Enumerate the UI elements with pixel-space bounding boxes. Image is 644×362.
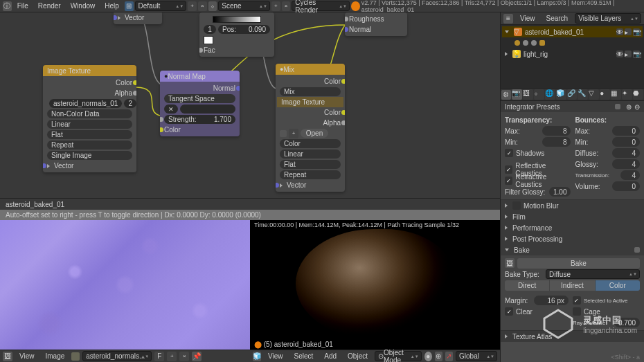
layout-icon[interactable]: ⊞ <box>125 1 134 11</box>
colorspace-dropdown[interactable]: Non-Color Data <box>47 109 132 118</box>
direct-toggle[interactable]: Direct <box>505 280 549 291</box>
outliner-item[interactable]: ▽ asteroid_baked_01 👁▸📷 <box>502 26 643 37</box>
shading-icon[interactable]: ● <box>424 352 432 361</box>
trans-max-field[interactable]: 8 <box>542 126 571 136</box>
vis-icon[interactable]: 👁 <box>616 51 623 57</box>
margin-field[interactable]: 16 px <box>534 296 569 305</box>
3d-viewport[interactable]: Time:00:00.00 | Mem:144.12M, Peak:144.12… <box>250 220 500 350</box>
menu-add[interactable]: Add <box>320 351 341 361</box>
info-icon[interactable]: ⓘ <box>3 1 12 11</box>
ext-dropdown[interactable]: Repeat <box>47 141 132 150</box>
sel-icon[interactable]: ▸ <box>625 51 632 57</box>
outliner[interactable]: ▽ asteroid_baked_01 👁▸📷 💡 light_rig 👁▸📷 <box>501 25 644 89</box>
ray-dist-field[interactable]: 0.700 <box>614 318 640 327</box>
refl-check[interactable] <box>505 165 512 174</box>
img-del[interactable]: × <box>179 352 189 361</box>
proj-dropdown[interactable]: Flat <box>47 130 132 139</box>
tab-particles[interactable]: ✦ <box>622 89 632 100</box>
section-post[interactable]: Post Processing <box>501 233 644 244</box>
section-texture-atlas[interactable]: Texture Atlas <box>501 331 644 342</box>
section-performance[interactable]: Performance <box>501 222 644 233</box>
glossy-field[interactable]: 4 <box>612 159 640 169</box>
clear-check[interactable] <box>505 307 513 316</box>
sel-icon[interactable]: ▸ <box>625 28 632 35</box>
transmission-field[interactable]: 4 <box>620 170 640 180</box>
tab-material[interactable]: ● <box>600 89 610 100</box>
tab-modifiers[interactable]: 🔧 <box>578 89 588 100</box>
menu-help[interactable]: Help <box>100 1 123 11</box>
cage-check[interactable] <box>573 307 581 316</box>
display-dropdown[interactable]: Visible Layers <box>575 13 641 24</box>
tab-render[interactable]: 📷 <box>512 89 522 100</box>
render-icon[interactable]: 📷 <box>633 28 640 35</box>
diffuse-field[interactable]: 4 <box>612 148 640 158</box>
scene-add[interactable]: + <box>271 1 280 11</box>
editor-type-icon[interactable]: 🧊 <box>253 352 261 361</box>
tab-texture[interactable]: ▦ <box>611 89 621 100</box>
filter-glossy-field[interactable]: 1.00 <box>549 187 571 197</box>
mode-dropdown[interactable]: ⊙ Object Mode <box>375 351 422 361</box>
node-color-ramp-frag[interactable]: 1Pos:0.090 Fac <box>199 12 274 57</box>
src-dropdown[interactable]: Single Image <box>47 151 132 160</box>
fake-user[interactable]: F <box>154 352 164 361</box>
menu-file[interactable]: File <box>13 1 33 11</box>
layout-dropdown[interactable]: Default <box>135 1 187 11</box>
volume-field[interactable]: 0 <box>612 181 640 191</box>
image-icon[interactable] <box>71 352 80 361</box>
interp-dropdown[interactable]: Linear <box>47 120 132 129</box>
node-normal-map[interactable]: ● Normal Map Normal Tangent Space ✕ Stre… <box>160 71 240 136</box>
properties-panel[interactable]: Integrator Presets⊕⊖ Transparency: Max:8… <box>501 101 644 362</box>
tab-scene[interactable]: ⬨ <box>534 89 544 100</box>
tab-data[interactable]: ▽ <box>589 89 599 100</box>
tab-layers[interactable]: 🖼 <box>523 89 533 100</box>
integrator-presets[interactable]: Integrator Presets⊕⊖ <box>501 101 644 112</box>
engine-dropdown[interactable]: Cycles Render <box>292 1 350 11</box>
shadows-check[interactable] <box>505 149 513 157</box>
orient-dropdown[interactable]: Global <box>456 351 497 361</box>
color-toggle[interactable]: Color <box>596 280 640 291</box>
menu-render[interactable]: Render <box>34 1 65 11</box>
section-motion-blur[interactable]: Motion Blur <box>501 200 644 211</box>
tab-physics[interactable]: ⬣ <box>633 89 643 100</box>
nm-space-dropdown[interactable]: Tangent Space <box>164 94 235 103</box>
tab-world[interactable]: 🌐 <box>545 89 555 100</box>
scene-del[interactable]: × <box>282 1 291 11</box>
indirect-toggle[interactable]: Indirect <box>550 280 594 291</box>
bounce-max-field[interactable]: 0 <box>612 126 640 136</box>
tab-constraints[interactable]: 🔗 <box>567 89 578 100</box>
node-frag-topright[interactable]: Roughness Normal <box>345 12 407 36</box>
pivot-icon[interactable]: ⊕ <box>435 352 442 361</box>
trans-min-field[interactable]: 8 <box>542 137 571 147</box>
editor-type-icon[interactable]: ⚙ <box>501 90 511 100</box>
vis-icon[interactable]: 👁 <box>616 28 623 35</box>
scene-dropdown[interactable]: Scene <box>218 1 270 11</box>
layout-add[interactable]: + <box>188 1 197 11</box>
outliner-item[interactable] <box>502 37 643 48</box>
bake-type-dropdown[interactable]: Diffuse <box>546 269 640 279</box>
pin-icon[interactable]: 📌 <box>192 352 202 361</box>
menu-object[interactable]: Object <box>343 351 372 361</box>
new-button[interactable]: + <box>289 129 298 138</box>
blend-dropdown[interactable]: Mix <box>280 87 341 96</box>
image-dropdown[interactable]: asteroid_normals... <box>82 351 152 361</box>
menu-image[interactable]: Image <box>42 351 69 361</box>
menu-search[interactable]: Search <box>542 13 573 24</box>
menu-view[interactable]: View <box>264 351 287 361</box>
menu-view[interactable]: View <box>516 13 539 24</box>
menu-window[interactable]: Window <box>66 1 100 11</box>
menu-view[interactable]: View <box>15 351 39 361</box>
bake-button[interactable]: Bake <box>517 258 640 269</box>
section-film[interactable]: Film <box>501 211 644 222</box>
open-button[interactable]: Open <box>301 129 328 138</box>
node-editor[interactable]: Vector Roughness Normal 1Pos:0.090 Fac <box>0 12 500 198</box>
refr-check[interactable] <box>505 177 512 185</box>
editor-type-icon[interactable]: 🖼 <box>3 352 12 361</box>
sel-active-check[interactable] <box>573 296 581 305</box>
node-frag-topleft[interactable]: Vector <box>114 12 162 24</box>
render-icon[interactable]: 📷 <box>633 51 640 57</box>
editor-type-icon[interactable]: ≡ <box>503 14 513 24</box>
tab-object[interactable]: 🧊 <box>556 89 566 100</box>
img-add[interactable]: + <box>167 352 177 361</box>
node-image-texture[interactable]: Image Texture Color Alpha asteroid_norma… <box>43 65 136 172</box>
strength-field[interactable]: Strength:1.700 <box>164 115 235 124</box>
